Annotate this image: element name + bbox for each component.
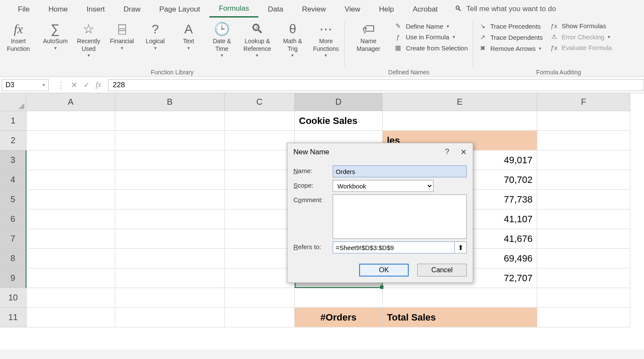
refers-to-input[interactable] [333,241,455,253]
date-time-button[interactable]: 🕒Date & Time [207,21,237,59]
cancel-button[interactable]: Cancel [417,264,467,277]
row-header-8[interactable]: 8 [0,249,26,268]
create-from-selection-button[interactable]: ▦Create from Selection [392,43,469,53]
cell-A8[interactable] [26,249,115,268]
cell-B5[interactable] [115,190,225,209]
row-header-2[interactable]: 2 [0,131,26,150]
cell-D1[interactable]: Cookie Sales [295,111,383,131]
cell-B6[interactable] [115,209,225,229]
error-checking-button[interactable]: ⚠Error Checking [548,32,614,41]
cell-C9[interactable] [225,268,295,288]
help-icon[interactable]: ? [445,147,449,157]
autosum-button[interactable]: ∑AutoSum [41,21,70,52]
cell-B3[interactable] [115,150,225,170]
cell-F10[interactable] [537,288,630,308]
cell-C5[interactable] [225,190,295,209]
select-all-button[interactable] [0,93,26,111]
dots-icon[interactable]: ⋮ [57,80,65,90]
cell-A10[interactable] [26,288,115,308]
row-header-5[interactable]: 5 [0,190,26,209]
row-header-9[interactable]: 9 [0,268,26,288]
tell-me-search[interactable]: 🔍︎ Tell me what you want to do [455,5,556,13]
tab-file[interactable]: File [9,1,39,17]
cell-F7[interactable] [537,229,630,249]
cell-F2[interactable] [537,131,630,150]
tab-home[interactable]: Home [39,1,77,17]
name-input[interactable] [333,165,467,177]
trace-dependents-button[interactable]: ↗Trace Dependents [477,32,544,42]
column-header-E[interactable]: E [383,93,537,111]
row-header-6[interactable]: 6 [0,209,26,229]
cell-A2[interactable] [26,131,115,150]
tab-review[interactable]: Review [293,1,335,17]
tab-data[interactable]: Data [258,1,293,17]
row-header-11[interactable]: 11 [0,308,26,327]
cell-C1[interactable] [225,111,295,131]
name-box[interactable]: D3 [2,79,49,91]
collapse-dialog-icon[interactable]: ⬆ [455,241,467,253]
comment-textarea[interactable] [333,194,467,239]
fx-icon[interactable]: fx [96,80,101,89]
define-name-button[interactable]: ✎Define Name [392,21,469,31]
cell-A4[interactable] [26,170,115,190]
cell-B2[interactable] [115,131,225,150]
ok-button[interactable]: OK [359,264,409,277]
use-in-formula-button[interactable]: ƒUse in Formula [392,32,469,41]
math-trig-button[interactable]: θMath & Trig [278,21,307,59]
close-icon[interactable]: ✕ [460,147,467,157]
cell-C10[interactable] [225,288,295,308]
cell-A9[interactable] [26,268,115,288]
lookup-reference-button[interactable]: 🔍︎Lookup & Reference [240,21,275,59]
cell-F9[interactable] [537,268,630,288]
tab-view[interactable]: View [335,1,370,17]
cell-C8[interactable] [225,249,295,268]
name-manager-button[interactable]: 🏷Name Manager [348,21,389,53]
tab-acrobat[interactable]: Acrobat [403,1,447,17]
cell-B8[interactable] [115,249,225,268]
column-header-A[interactable]: A [26,93,115,111]
cell-C11[interactable] [225,308,295,327]
enter-icon[interactable]: ✓ [83,80,90,90]
row-header-10[interactable]: 10 [0,288,26,308]
recently-used-button[interactable]: ☆Recently Used [74,21,104,59]
cell-F4[interactable] [537,170,630,190]
cell-B1[interactable] [115,111,225,131]
scope-select[interactable]: Workbook [333,180,433,192]
cell-D11[interactable]: #Orders [295,308,383,327]
cancel-icon[interactable]: ✕ [71,80,77,90]
row-header-3[interactable]: 3 [0,150,26,170]
cell-F1[interactable] [537,111,630,131]
tab-page-layout[interactable]: Page Layout [150,1,209,17]
cell-E1[interactable] [383,111,537,131]
cell-B7[interactable] [115,229,225,249]
cell-B10[interactable] [115,288,225,308]
cell-B9[interactable] [115,268,225,288]
column-header-D[interactable]: D [295,93,383,111]
cell-A7[interactable] [26,229,115,249]
cell-F8[interactable] [537,249,630,268]
cell-E11[interactable]: Total Sales [383,308,537,327]
trace-precedents-button[interactable]: ↘Trace Precedents [477,21,544,31]
cell-C4[interactable] [225,170,295,190]
column-header-B[interactable]: B [115,93,225,111]
cell-F3[interactable] [537,150,630,170]
cell-A11[interactable] [26,308,115,327]
row-header-4[interactable]: 4 [0,170,26,190]
text-button[interactable]: AText [174,21,204,52]
cell-E10[interactable] [383,288,537,308]
cell-C6[interactable] [225,209,295,229]
cell-A6[interactable] [26,209,115,229]
tab-help[interactable]: Help [370,1,404,17]
tab-draw[interactable]: Draw [114,1,150,17]
cell-B11[interactable] [115,308,225,327]
cell-A3[interactable] [26,150,115,170]
cell-F5[interactable] [537,190,630,209]
remove-arrows-button[interactable]: ✖Remove Arrows [477,44,544,53]
cell-D10[interactable] [295,288,383,308]
formula-input[interactable]: 228 [108,79,644,91]
cell-C3[interactable] [225,150,295,170]
column-header-C[interactable]: C [225,93,295,111]
tab-formulas[interactable]: Formulas [209,0,258,18]
financial-button[interactable]: ⌸Financial [107,21,137,52]
cell-A5[interactable] [26,190,115,209]
